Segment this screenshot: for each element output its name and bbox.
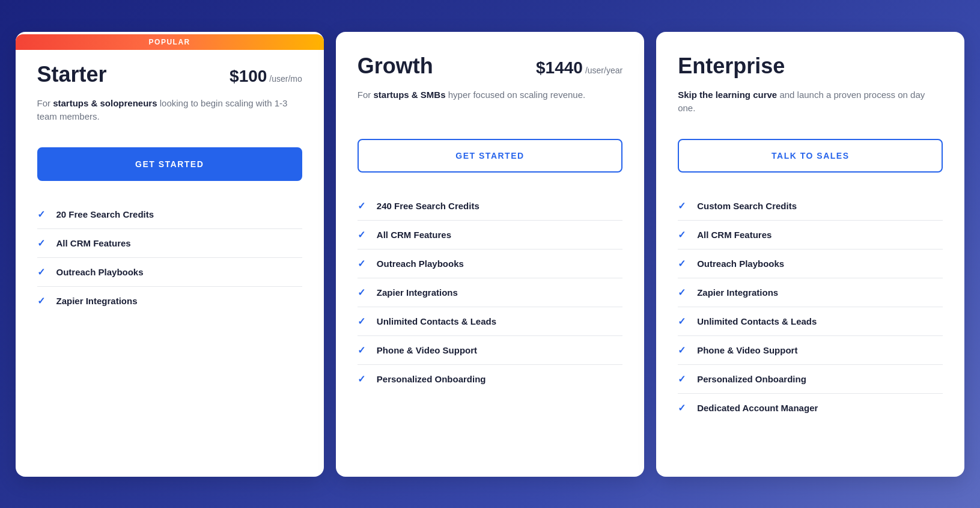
check-icon: ✓ — [678, 258, 690, 269]
pricing-card-growth: Growth $1440 /user/year For startups & S… — [336, 32, 644, 477]
check-icon: ✓ — [37, 237, 49, 249]
plan-price-block-growth: $1440 /user/year — [536, 58, 622, 78]
feature-text: Phone & Video Support — [377, 345, 477, 355]
feature-text: Dedicated Account Manager — [697, 403, 818, 413]
feature-text: Outreach Playbooks — [697, 259, 784, 269]
pricing-card-starter: POPULARStarter $100 /user/mo For startup… — [16, 32, 324, 477]
plan-price-growth: $1440 — [536, 58, 583, 78]
plan-price-period-growth: /user/year — [585, 66, 622, 75]
plan-price-block-starter: $100 /user/mo — [230, 67, 302, 86]
check-icon: ✓ — [358, 258, 370, 269]
plan-name-row-enterprise: Enterprise — [678, 54, 943, 79]
feature-item: ✓ All CRM Features — [678, 221, 943, 249]
feature-item: ✓ 20 Free Search Credits — [37, 200, 302, 229]
check-icon: ✓ — [678, 200, 690, 212]
feature-item: ✓ Unlimited Contacts & Leads — [678, 307, 943, 336]
feature-item: ✓ Dedicated Account Manager — [678, 394, 943, 422]
feature-item: ✓ Outreach Playbooks — [37, 258, 302, 287]
features-list-growth: ✓ 240 Free Search Credits ✓ All CRM Feat… — [358, 192, 622, 393]
feature-text: All CRM Features — [377, 230, 451, 240]
pricing-card-enterprise: EnterpriseSkip the learning curve and la… — [656, 32, 964, 477]
card-header-enterprise: EnterpriseSkip the learning curve and la… — [678, 54, 943, 124]
check-icon: ✓ — [358, 344, 370, 356]
feature-item: ✓ Outreach Playbooks — [678, 249, 943, 278]
cta-button-enterprise[interactable]: TALK TO SALES — [678, 139, 943, 173]
feature-text: All CRM Features — [697, 230, 772, 240]
pricing-container: POPULARStarter $100 /user/mo For startup… — [16, 32, 965, 477]
feature-item: ✓ 240 Free Search Credits — [358, 192, 622, 221]
features-list-enterprise: ✓ Custom Search Credits ✓ All CRM Featur… — [678, 192, 943, 422]
plan-name-enterprise: Enterprise — [678, 54, 785, 79]
feature-item: ✓ Phone & Video Support — [358, 336, 622, 365]
feature-text: Zapier Integrations — [377, 287, 458, 298]
plan-name-row-growth: Growth $1440 /user/year — [358, 54, 622, 79]
feature-item: ✓ Zapier Integrations — [678, 278, 943, 307]
feature-text: All CRM Features — [56, 238, 131, 248]
feature-text: Personalized Onboarding — [697, 374, 806, 384]
plan-name-starter: Starter — [37, 62, 107, 87]
feature-text: Unlimited Contacts & Leads — [377, 316, 496, 326]
check-icon: ✓ — [358, 373, 370, 385]
feature-text: 20 Free Search Credits — [56, 209, 154, 219]
check-icon: ✓ — [678, 373, 690, 385]
feature-item: ✓ All CRM Features — [37, 229, 302, 258]
feature-text: Zapier Integrations — [697, 287, 778, 298]
check-icon: ✓ — [37, 209, 49, 220]
plan-description-enterprise: Skip the learning curve and launch a pro… — [678, 88, 943, 124]
feature-item: ✓ Zapier Integrations — [358, 278, 622, 307]
card-header-starter: Starter $100 /user/mo For startups & sol… — [37, 62, 302, 133]
feature-text: Unlimited Contacts & Leads — [697, 316, 817, 326]
check-icon: ✓ — [37, 266, 49, 278]
feature-item: ✓ All CRM Features — [358, 221, 622, 249]
feature-item: ✓ Personalized Onboarding — [358, 365, 622, 393]
plan-price-period-starter: /user/mo — [269, 74, 302, 84]
plan-description-starter: For startups & solopreneurs looking to b… — [37, 97, 302, 133]
check-icon: ✓ — [358, 316, 370, 327]
cta-button-starter[interactable]: GET STARTED — [37, 147, 302, 181]
plan-name-growth: Growth — [358, 54, 433, 79]
plan-price-starter: $100 — [230, 67, 267, 86]
plan-name-row-starter: Starter $100 /user/mo — [37, 62, 302, 87]
check-icon: ✓ — [358, 229, 370, 240]
check-icon: ✓ — [678, 287, 690, 298]
feature-item: ✓ Phone & Video Support — [678, 336, 943, 365]
feature-text: Custom Search Credits — [697, 201, 797, 211]
feature-text: Outreach Playbooks — [56, 267, 144, 277]
check-icon: ✓ — [678, 316, 690, 327]
feature-text: Personalized Onboarding — [377, 374, 486, 384]
plan-description-growth: For startups & SMBs hyper focused on sca… — [358, 88, 622, 124]
cta-button-growth[interactable]: GET STARTED — [358, 139, 622, 173]
check-icon: ✓ — [678, 344, 690, 356]
card-header-growth: Growth $1440 /user/year For startups & S… — [358, 54, 622, 124]
feature-text: Phone & Video Support — [697, 345, 797, 355]
feature-item: ✓ Outreach Playbooks — [358, 249, 622, 278]
check-icon: ✓ — [678, 402, 690, 414]
check-icon: ✓ — [678, 229, 690, 240]
features-list-starter: ✓ 20 Free Search Credits ✓ All CRM Featu… — [37, 200, 302, 315]
feature-text: Outreach Playbooks — [377, 259, 464, 269]
feature-text: 240 Free Search Credits — [377, 201, 479, 211]
feature-text: Zapier Integrations — [56, 296, 138, 306]
feature-item: ✓ Zapier Integrations — [37, 287, 302, 315]
feature-item: ✓ Personalized Onboarding — [678, 365, 943, 394]
feature-item: ✓ Unlimited Contacts & Leads — [358, 307, 622, 336]
check-icon: ✓ — [358, 200, 370, 212]
check-icon: ✓ — [37, 295, 49, 307]
popular-badge: POPULAR — [16, 34, 324, 50]
check-icon: ✓ — [358, 287, 370, 298]
feature-item: ✓ Custom Search Credits — [678, 192, 943, 221]
